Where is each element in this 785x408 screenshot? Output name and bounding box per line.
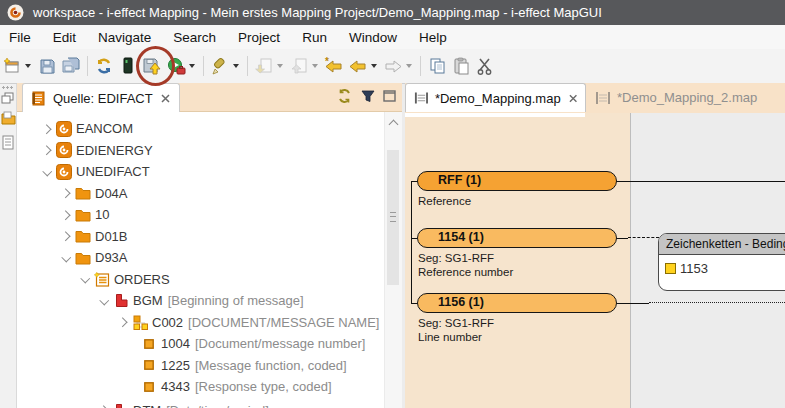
menu-file[interactable]: File: [0, 27, 42, 48]
run-button[interactable]: [164, 54, 188, 78]
forward-button[interactable]: [381, 54, 405, 78]
tree-item-1225[interactable]: 1225 [Message function, coded]: [17, 355, 385, 377]
refresh-button[interactable]: [92, 54, 116, 78]
menu-project[interactable]: Project: [227, 27, 291, 48]
main-toolbar: *: [0, 49, 785, 84]
function-box-zeichenketten[interactable]: Zeichenketten - Beding 1153: [658, 233, 785, 291]
tree-item-4343[interactable]: 4343 [Response type, coded]: [17, 376, 385, 398]
forward-dropdown-caret[interactable]: [406, 64, 412, 68]
new-wizard-button[interactable]: [0, 54, 24, 78]
chevron-right-icon[interactable]: [58, 233, 74, 240]
mapping-canvas[interactable]: RFF (1) Reference 1154 (1) Seg: SG1-RFF …: [405, 113, 785, 408]
menu-window[interactable]: Window: [338, 27, 408, 48]
function-box-title: Zeichenketten - Beding: [659, 234, 785, 255]
chevron-down-icon[interactable]: [58, 256, 74, 261]
tab-demo-mapping-2[interactable]: *Demo_Mapping_2.map: [587, 83, 777, 112]
tree-item-eancom[interactable]: EANCOM: [17, 118, 385, 140]
restore-view-icon[interactable]: [1, 92, 15, 105]
chevron-down-icon[interactable]: [96, 299, 112, 304]
ieffect-standard-icon: [55, 121, 73, 137]
tree-item-10[interactable]: 10: [17, 204, 385, 226]
node-1154-seg: Seg: SG1-RFF: [418, 252, 494, 266]
function-box-item-1153[interactable]: 1153: [665, 261, 785, 276]
chevron-down-icon[interactable]: [39, 170, 55, 175]
pen-dropdown-caret[interactable]: [233, 64, 239, 68]
prev-annotation-button[interactable]: [287, 54, 311, 78]
chevron-right-icon[interactable]: [39, 147, 55, 154]
close-icon[interactable]: [569, 94, 577, 103]
tree-item-d04a[interactable]: D04A: [17, 183, 385, 205]
link-with-editor-icon[interactable]: [336, 88, 353, 104]
strip-drag-handle[interactable]: [2, 86, 14, 89]
chevron-right-icon[interactable]: [115, 319, 131, 326]
tree-item-orders[interactable]: ORDERS: [17, 269, 385, 291]
back-button[interactable]: [346, 54, 370, 78]
pen-button[interactable]: [208, 54, 232, 78]
close-icon[interactable]: [161, 94, 170, 103]
source-panel-tab[interactable]: Quelle: EDIFACT: [22, 83, 180, 112]
message-type-icon: [93, 272, 111, 287]
filter-icon[interactable]: [361, 89, 375, 103]
tab-demo-mapping[interactable]: *Demo_Mapping.map: [405, 83, 586, 112]
folder-icon: [74, 208, 92, 222]
edifact-tree: EANCOM EDIENERGY UNEDIFACT: [17, 112, 385, 408]
chevron-down-icon[interactable]: [77, 277, 93, 282]
title-bar: workspace - i-effect Mapping - Mein erst…: [0, 0, 785, 25]
mapping-line-1156-dotted: [649, 302, 785, 303]
chevron-right-icon[interactable]: [58, 190, 74, 197]
mapping-file-icon: [414, 91, 429, 105]
project-folder-icon[interactable]: [1, 111, 16, 125]
prev-annotation-caret[interactable]: [312, 64, 318, 68]
tree-item-d93a[interactable]: D93A: [17, 247, 385, 269]
node-1154[interactable]: 1154 (1): [417, 228, 617, 248]
tree-item-dtm-clipped[interactable]: DTM [Date/time/period]: [17, 400, 385, 408]
tree-item-edienergy[interactable]: EDIENERGY: [17, 140, 385, 162]
menu-edit[interactable]: Edit: [42, 27, 87, 48]
menu-search[interactable]: Search: [162, 27, 227, 48]
document-view-icon[interactable]: [1, 135, 15, 150]
save-button[interactable]: [35, 54, 59, 78]
tree-item-bgm[interactable]: BGM [Beginning of message]: [17, 290, 385, 312]
menu-run[interactable]: Run: [291, 27, 338, 48]
back-dropdown-caret[interactable]: [371, 64, 377, 68]
editor-tab-bar: *Demo_Mapping.map *Demo_Mapping_2.map: [405, 83, 785, 113]
tree-item-d01b[interactable]: D01B: [17, 226, 385, 248]
menu-navigate[interactable]: Navigate: [87, 27, 162, 48]
tree-item-unedifact[interactable]: UNEDIFACT: [17, 161, 385, 183]
run-dropdown-caret[interactable]: [189, 64, 195, 68]
paste-button[interactable]: [449, 54, 473, 78]
edifact-source-icon: [32, 91, 47, 106]
node-rff[interactable]: RFF (1): [417, 171, 617, 191]
scrollbar-thumb[interactable]: [387, 150, 399, 285]
folder-icon: [74, 186, 92, 200]
mapping-line-1154-dashed: [628, 237, 659, 238]
cut-button[interactable]: [473, 54, 497, 78]
menu-help[interactable]: Help: [408, 27, 458, 48]
tree-item-1004[interactable]: 1004 [Document/message number]: [17, 333, 385, 355]
chevron-right-icon[interactable]: [39, 126, 55, 133]
terminal-button[interactable]: [116, 54, 140, 78]
window-title: workspace - i-effect Mapping - Mein erst…: [33, 5, 602, 20]
mapping-file-icon: [595, 91, 611, 105]
new-dropdown-caret[interactable]: [25, 64, 31, 68]
scroll-up-arrow[interactable]: [389, 120, 399, 130]
next-annotation-caret[interactable]: [277, 64, 283, 68]
fast-view-strip: [0, 84, 17, 408]
tree-item-c002[interactable]: C002 [DOCUMENT/MESSAGE NAME]: [17, 312, 385, 334]
chevron-right-icon[interactable]: [58, 212, 74, 219]
mapping-line-1154: [616, 238, 628, 239]
last-edit-location-button[interactable]: *: [322, 54, 346, 78]
mapping-editor: *Demo_Mapping.map *Demo_Mapping_2.map: [405, 84, 785, 408]
copy-button[interactable]: [425, 54, 449, 78]
tree-scrollbar[interactable]: [384, 112, 402, 408]
export-mapping-button[interactable]: [140, 54, 164, 78]
source-panel: Quelle: EDIFACT: [17, 84, 402, 408]
element-icon: [140, 360, 158, 370]
node-1154-desc: Reference number: [418, 266, 513, 280]
node-1156[interactable]: 1156 (1): [417, 293, 617, 313]
next-annotation-button[interactable]: [252, 54, 276, 78]
tree-bracket-line: [411, 181, 412, 304]
maximize-icon[interactable]: [383, 90, 396, 102]
save-all-button[interactable]: [59, 54, 83, 78]
mapping-line-1156: [616, 303, 649, 304]
